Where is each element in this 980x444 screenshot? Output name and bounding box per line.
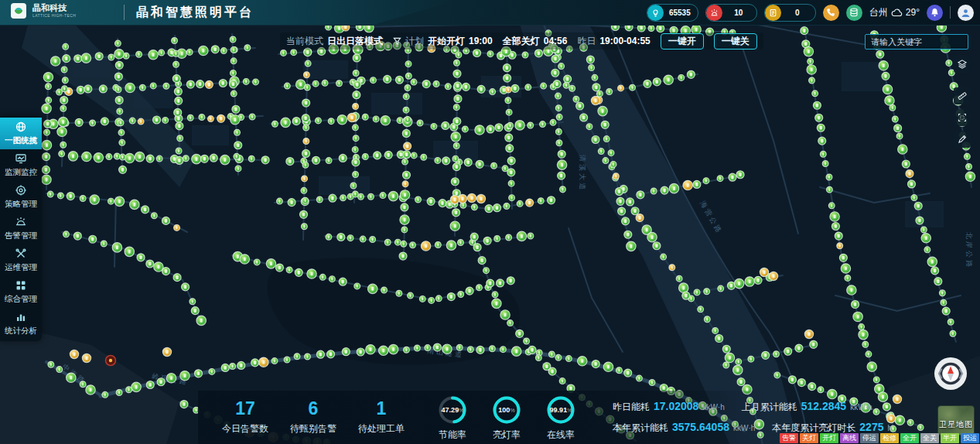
- streetlight-marker[interactable]: [394, 239, 401, 245]
- streetlight-marker[interactable]: [196, 80, 204, 88]
- streetlight-marker[interactable]: [555, 128, 562, 135]
- streetlight-marker[interactable]: [592, 135, 599, 143]
- streetlight-marker[interactable]: [616, 367, 623, 374]
- streetlight-marker[interactable]: [118, 129, 125, 135]
- streetlight-marker[interactable]: [558, 172, 565, 179]
- streetlight-marker[interactable]: [616, 197, 624, 205]
- streetlight-marker[interactable]: [291, 50, 297, 56]
- streetlight-marker[interactable]: [895, 415, 904, 425]
- streetlight-marker[interactable]: [219, 80, 227, 87]
- streetlight-marker[interactable]: [446, 241, 456, 250]
- streetlight-marker[interactable]: [210, 154, 217, 162]
- streetlight-marker[interactable]: [211, 46, 219, 53]
- streetlight-marker[interactable]: [199, 46, 208, 55]
- streetlight-marker[interactable]: [286, 267, 292, 273]
- streetlight-marker[interactable]: [445, 84, 451, 90]
- streetlight-marker[interactable]: [553, 80, 561, 88]
- streetlight-marker[interactable]: [801, 27, 808, 35]
- streetlight-marker[interactable]: [176, 122, 183, 130]
- streetlight-marker[interactable]: [421, 154, 427, 160]
- streetlight-marker[interactable]: [500, 347, 506, 353]
- streetlight-marker[interactable]: [841, 264, 850, 273]
- streetlight-marker[interactable]: [827, 186, 833, 193]
- streetlight-marker[interactable]: [813, 101, 821, 109]
- streetlight-marker[interactable]: [114, 196, 124, 206]
- streetlight-marker[interactable]: [316, 350, 324, 358]
- lights-total-pill[interactable]: 65535: [647, 4, 698, 22]
- streetlight-marker-warning[interactable]: [259, 357, 268, 367]
- streetlight-marker[interactable]: [249, 114, 255, 120]
- streetlight-marker[interactable]: [649, 380, 655, 386]
- streetlight-marker[interactable]: [130, 200, 139, 209]
- streetlight-marker[interactable]: [524, 338, 530, 344]
- streetlight-marker[interactable]: [281, 50, 287, 56]
- streetlight-marker[interactable]: [610, 161, 616, 167]
- streetlight-marker[interactable]: [453, 70, 461, 77]
- streetlight-marker[interactable]: [450, 221, 459, 231]
- streetlight-marker[interactable]: [431, 123, 437, 129]
- streetlight-marker[interactable]: [892, 116, 898, 122]
- streetlight-marker[interactable]: [234, 129, 241, 135]
- streetlight-marker[interactable]: [300, 210, 308, 218]
- streetlight-marker[interactable]: [442, 121, 449, 129]
- streetlight-marker[interactable]: [578, 357, 587, 366]
- streetlight-marker[interactable]: [535, 355, 541, 361]
- streetlight-marker[interactable]: [342, 348, 350, 356]
- streetlight-marker[interactable]: [650, 188, 657, 194]
- streetlight-marker[interactable]: [924, 247, 930, 253]
- streetlight-marker[interactable]: [548, 196, 555, 204]
- streetlight-marker[interactable]: [384, 239, 391, 245]
- streetlight-marker[interactable]: [173, 61, 179, 67]
- streetlight-marker[interactable]: [815, 114, 823, 121]
- streetlight-marker[interactable]: [517, 200, 523, 207]
- streetlight-marker[interactable]: [312, 156, 320, 164]
- database-button[interactable]: [846, 5, 862, 21]
- streetlight-marker[interactable]: [467, 347, 473, 353]
- streetlight-marker[interactable]: [435, 242, 441, 248]
- streetlight-marker-warning[interactable]: [421, 241, 430, 251]
- streetlight-marker[interactable]: [73, 232, 81, 240]
- streetlight-marker[interactable]: [551, 55, 559, 63]
- streetlight-marker[interactable]: [74, 55, 82, 63]
- streetlight-marker[interactable]: [627, 241, 636, 251]
- streetlight-marker[interactable]: [883, 84, 892, 94]
- streetlight-marker[interactable]: [136, 51, 142, 57]
- streetlight-marker[interactable]: [137, 254, 145, 261]
- streetlight-marker[interactable]: [736, 171, 744, 179]
- streetlight-marker[interactable]: [63, 231, 70, 237]
- streetlight-marker[interactable]: [679, 283, 688, 292]
- streetlight-marker[interactable]: [302, 99, 310, 107]
- streetlight-marker[interactable]: [507, 122, 514, 128]
- streetlight-marker[interactable]: [328, 118, 334, 125]
- streetlight-marker[interactable]: [353, 54, 360, 62]
- streetlight-marker[interactable]: [173, 50, 179, 56]
- streetlight-marker-warning[interactable]: [138, 118, 144, 125]
- streetlight-marker[interactable]: [135, 152, 144, 161]
- streetlight-marker[interactable]: [433, 343, 441, 351]
- streetlight-marker[interactable]: [266, 259, 275, 268]
- streetlight-marker[interactable]: [292, 118, 300, 125]
- streetlight-marker[interactable]: [157, 378, 165, 386]
- streetlight-marker-warning[interactable]: [893, 394, 901, 403]
- streetlight-marker[interactable]: [458, 292, 464, 298]
- streetlight-marker[interactable]: [46, 97, 52, 104]
- streetlight-marker[interactable]: [873, 377, 879, 383]
- streetlight-marker[interactable]: [497, 279, 504, 287]
- streetlight-marker[interactable]: [624, 231, 632, 238]
- streetlight-marker[interactable]: [564, 75, 572, 83]
- streetlight-marker[interactable]: [329, 194, 336, 202]
- streetlight-marker-warning[interactable]: [402, 181, 408, 187]
- streetlight-marker[interactable]: [558, 150, 565, 158]
- streetlight-marker[interactable]: [254, 259, 260, 265]
- streetlight-marker[interactable]: [353, 135, 359, 142]
- streetlight-marker[interactable]: [350, 183, 357, 189]
- streetlight-marker[interactable]: [528, 346, 536, 353]
- streetlight-marker[interactable]: [90, 120, 96, 126]
- streetlight-marker[interactable]: [453, 118, 461, 125]
- streetlight-marker-warning[interactable]: [208, 116, 214, 122]
- streetlight-marker[interactable]: [80, 196, 86, 202]
- legend-chip-alarm[interactable]: 告警: [780, 433, 798, 443]
- streetlight-marker[interactable]: [271, 358, 278, 364]
- streetlight-marker[interactable]: [106, 154, 112, 160]
- streetlight-marker[interactable]: [557, 160, 566, 169]
